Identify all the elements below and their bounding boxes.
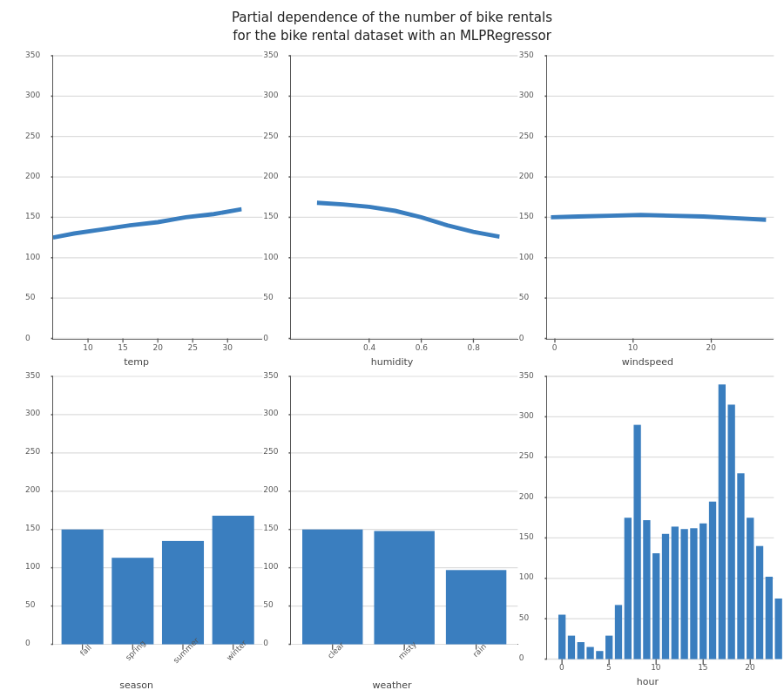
svg-rect-141 — [747, 518, 754, 659]
svg-rect-126 — [605, 635, 612, 659]
hour-chart: 05010015020025030035005101520 hour — [520, 373, 775, 694]
svg-rect-75 — [62, 529, 104, 644]
svg-rect-125 — [596, 651, 603, 659]
humidity-x-label: humidity — [371, 356, 414, 368]
humidity-chart: 0501001502002503003500.40.60.8 humidity — [264, 52, 519, 373]
svg-rect-99 — [302, 529, 362, 644]
main-container: Partial dependence of the number of bike… — [0, 0, 784, 697]
season-x-label: season — [119, 680, 153, 691]
svg-rect-135 — [690, 528, 697, 659]
temp-x-label: temp — [124, 356, 149, 368]
svg-rect-139 — [727, 404, 734, 659]
svg-rect-134 — [680, 529, 687, 659]
hour-chart-area: 05010015020025030035005101520 — [546, 376, 774, 660]
svg-rect-101 — [375, 531, 435, 644]
svg-rect-131 — [652, 553, 659, 659]
svg-rect-138 — [718, 384, 725, 659]
temp-chart: Partial dependence 050100150200250300350… — [9, 52, 264, 373]
svg-rect-137 — [709, 501, 716, 659]
chart-title: Partial dependence of the number of bike… — [9, 9, 775, 45]
svg-rect-121 — [558, 614, 565, 659]
svg-rect-81 — [213, 515, 254, 644]
svg-rect-123 — [577, 642, 584, 659]
season-chart-area: 050100150200250300350fallspringsummerwin… — [52, 376, 262, 646]
windspeed-x-label: windspeed — [622, 356, 673, 368]
svg-rect-132 — [662, 533, 669, 659]
svg-rect-133 — [671, 526, 678, 659]
svg-rect-77 — [112, 558, 153, 644]
svg-rect-142 — [756, 545, 763, 659]
temp-chart-area: 0501001502002503003501015202530 — [52, 56, 262, 340]
grid-container: Partial dependence 050100150200250300350… — [9, 52, 775, 693]
svg-rect-140 — [737, 473, 744, 659]
svg-rect-130 — [643, 520, 650, 659]
weather-chart: 050100150200250300350clearmistyrain weat… — [264, 373, 519, 694]
svg-rect-136 — [700, 523, 706, 659]
hour-x-label: hour — [637, 676, 659, 687]
svg-rect-124 — [586, 646, 593, 659]
weather-chart-area: 050100150200250300350clearmistyrain — [290, 376, 517, 646]
weather-x-label: weather — [372, 680, 411, 691]
svg-rect-127 — [614, 605, 621, 659]
humidity-chart-area: 0501001502002503003500.40.60.8 — [290, 56, 517, 340]
svg-rect-79 — [162, 540, 204, 644]
svg-rect-103 — [446, 570, 506, 644]
svg-rect-143 — [765, 576, 772, 659]
windspeed-chart-area: 05010015020025030035001020 — [546, 56, 774, 340]
season-chart: Partial dependence 050100150200250300350… — [9, 373, 264, 694]
svg-rect-122 — [567, 635, 574, 659]
svg-rect-144 — [774, 598, 781, 659]
svg-rect-129 — [633, 424, 640, 659]
windspeed-chart: 05010015020025030035001020 windspeed — [520, 52, 775, 373]
svg-rect-128 — [624, 518, 631, 659]
